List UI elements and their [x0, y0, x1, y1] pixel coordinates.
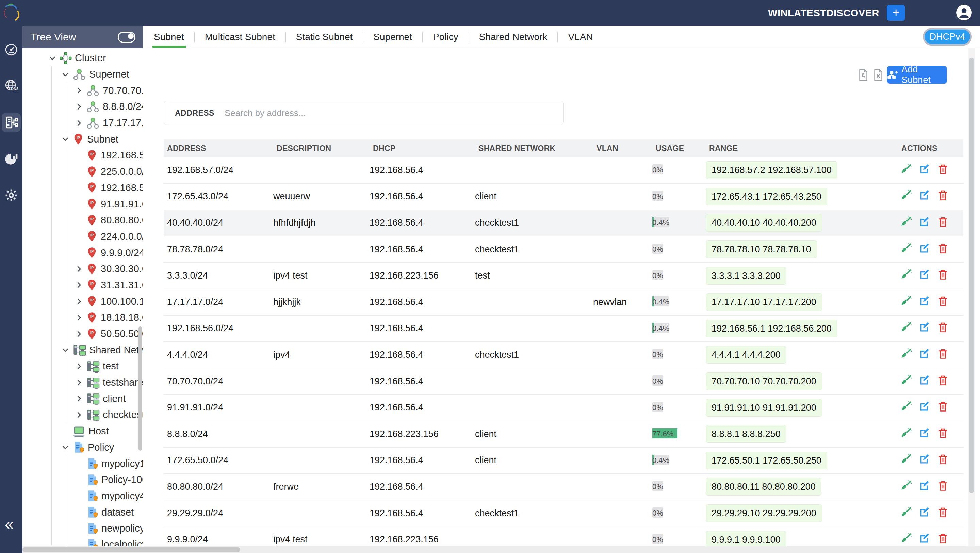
edit-icon[interactable] [918, 532, 931, 547]
clean-broom-icon[interactable] [900, 216, 912, 230]
vertical-scrollbar[interactable] [969, 48, 975, 546]
chevron-right-icon[interactable] [74, 296, 86, 307]
horizontal-scrollbar[interactable] [22, 546, 980, 553]
edit-icon[interactable] [918, 321, 931, 336]
tree-item-225-0-0-0-24-multic[interactable]: IP225.0.0.0/24(Multic [22, 164, 143, 180]
edit-icon[interactable] [918, 400, 931, 415]
dns-icon[interactable]: DNS [2, 76, 21, 95]
edit-icon[interactable] [918, 163, 931, 178]
tree-item-192-168-56-0-24[interactable]: IP192.168.56.0/24 [22, 180, 143, 196]
dhcpv4-protocol-badge[interactable]: DHCPv4 [923, 28, 972, 46]
delete-trash-icon[interactable] [937, 427, 949, 442]
delete-trash-icon[interactable] [937, 189, 949, 204]
clean-broom-icon[interactable] [900, 374, 912, 389]
tab-subnet[interactable]: Subnet [154, 32, 184, 43]
chevron-right-icon[interactable] [74, 102, 86, 112]
tree-item-224-0-0-0-24-multic[interactable]: IP224.0.0.0/24(Multic [22, 229, 143, 245]
delete-trash-icon[interactable] [937, 400, 949, 415]
tree-item-dataset[interactable]: dataset [22, 504, 143, 520]
chevron-right-icon[interactable] [74, 378, 86, 388]
tree-item-checktest1[interactable]: checktest1 [22, 407, 143, 423]
tree-item-8-8-8-0-24[interactable]: 8.8.8.0/24 [22, 99, 143, 115]
edit-icon[interactable] [918, 189, 931, 204]
tree-item-30-30-30-0-24[interactable]: IP30.30.30.0/24 [22, 261, 143, 277]
tree-item-shared-network[interactable]: Shared Network [22, 342, 143, 358]
tree-item-70-70-70-0-24[interactable]: 70.70.70.0/24 [22, 82, 143, 99]
clean-broom-icon[interactable] [900, 321, 912, 336]
chevron-right-icon[interactable] [74, 313, 86, 323]
tree-item-test[interactable]: test [22, 358, 143, 375]
chevron-right-icon[interactable] [74, 329, 86, 339]
address-search-input[interactable] [224, 108, 563, 119]
app-logo-icon[interactable] [3, 3, 20, 22]
tree-item-mypolicy4[interactable]: mypolicy4 [22, 488, 143, 504]
edit-icon[interactable] [918, 453, 931, 468]
tab-multicast-subnet[interactable]: Multicast Subnet [205, 32, 275, 43]
tree-item-policy[interactable]: Policy [22, 439, 143, 456]
pdf-export-icon[interactable] [857, 67, 869, 82]
edit-icon[interactable] [918, 216, 931, 230]
edit-icon[interactable] [918, 295, 931, 310]
clean-broom-icon[interactable] [900, 295, 912, 310]
tree-item-host[interactable]: Host [22, 423, 143, 439]
tree-item-91-91-91-0-24[interactable]: IP91.91.91.0/24 [22, 196, 143, 212]
excel-export-icon[interactable] [872, 67, 885, 82]
tab-shared-network[interactable]: Shared Network [479, 32, 547, 43]
tree-item-policy-100[interactable]: Policy-100 [22, 472, 143, 488]
clean-broom-icon[interactable] [900, 163, 912, 178]
delete-trash-icon[interactable] [937, 506, 949, 521]
add-server-button[interactable]: + [887, 5, 905, 21]
clean-broom-icon[interactable] [900, 400, 912, 415]
tree-item-client[interactable]: client [22, 391, 143, 407]
chevron-down-icon[interactable] [60, 69, 72, 79]
chevron-right-icon[interactable] [74, 85, 86, 95]
collapse-sidebar-icon[interactable]: « [5, 516, 14, 532]
delete-trash-icon[interactable] [937, 242, 949, 257]
chevron-right-icon[interactable] [74, 361, 86, 371]
tree-scrollbar[interactable] [138, 326, 142, 451]
clean-broom-icon[interactable] [900, 242, 912, 257]
tree-item-testshared[interactable]: testshared [22, 375, 143, 391]
edit-icon[interactable] [918, 348, 931, 362]
delete-trash-icon[interactable] [937, 480, 949, 494]
tree-item-supernet[interactable]: Supernet [22, 66, 143, 83]
tree-item-80-80-80-0-24[interactable]: IP80.80.80.0/24 [22, 212, 143, 229]
clean-broom-icon[interactable] [900, 427, 912, 442]
tree-item-31-31-31-0-24[interactable]: IP31.31.31.0/24 [22, 277, 143, 294]
tree-view-toggle[interactable] [118, 32, 135, 43]
delete-trash-icon[interactable] [937, 163, 949, 178]
add-subnet-button[interactable]: Add Subnet [887, 66, 947, 84]
horizontal-scrollbar-thumb[interactable] [22, 547, 240, 552]
tree-item-9-9-9-0-24[interactable]: IP9.9.9.0/24 [22, 245, 143, 261]
user-avatar-icon[interactable] [956, 4, 972, 21]
tree-item-cluster[interactable]: Cluster [22, 50, 143, 66]
delete-trash-icon[interactable] [937, 453, 949, 468]
dashboard-icon[interactable] [2, 40, 21, 59]
clean-broom-icon[interactable] [900, 189, 912, 204]
delete-trash-icon[interactable] [937, 321, 949, 336]
delete-trash-icon[interactable] [937, 295, 949, 310]
chevron-right-icon[interactable] [74, 394, 86, 404]
tree-item-newpolicy[interactable]: newpolicy [22, 520, 143, 537]
delete-trash-icon[interactable] [937, 216, 949, 230]
delete-trash-icon[interactable] [937, 269, 949, 283]
tree-item-subnet[interactable]: IPSubnet [22, 131, 143, 147]
edit-icon[interactable] [918, 427, 931, 442]
tab-supernet[interactable]: Supernet [373, 32, 412, 43]
edit-icon[interactable] [918, 242, 931, 257]
clean-broom-icon[interactable] [900, 453, 912, 468]
tab-static-subnet[interactable]: Static Subnet [296, 32, 353, 43]
ipam-icon[interactable] [2, 113, 21, 132]
chevron-right-icon[interactable] [74, 264, 86, 274]
chevron-down-icon[interactable] [60, 134, 72, 144]
tree-item-mypolicy1[interactable]: mypolicy1 [22, 455, 143, 472]
edit-icon[interactable] [918, 374, 931, 389]
delete-trash-icon[interactable] [937, 374, 949, 389]
tree-item-18-18-18-0-24[interactable]: IP18.18.18.0/24 [22, 310, 143, 326]
vertical-scrollbar-thumb[interactable] [969, 58, 974, 493]
tree-item-100-100-100-0-24[interactable]: IP100.100.100.0/24 [22, 293, 143, 310]
delete-trash-icon[interactable] [937, 532, 949, 547]
edit-icon[interactable] [918, 480, 931, 494]
delete-trash-icon[interactable] [937, 348, 949, 362]
edit-icon[interactable] [918, 269, 931, 283]
